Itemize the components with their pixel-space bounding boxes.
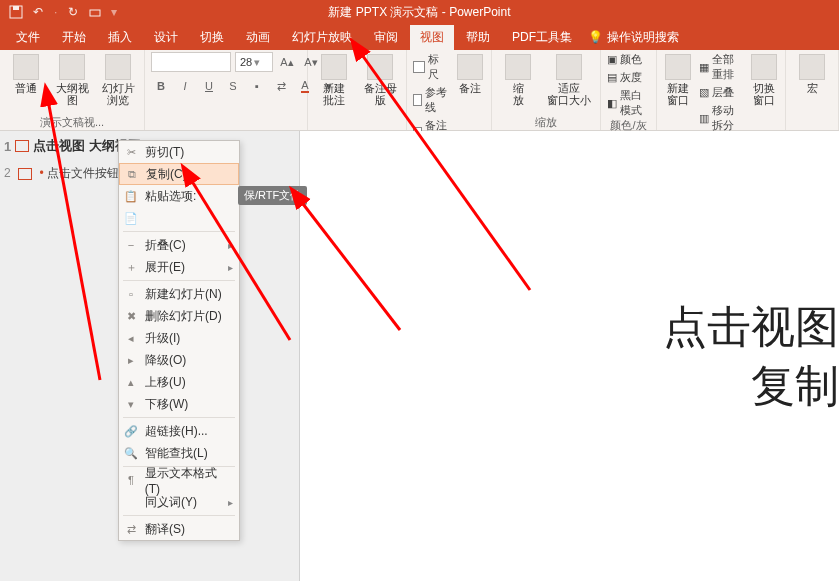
ctx-movedown[interactable]: ▾下移(W) — [119, 393, 239, 415]
ctx-paste[interactable]: 📋粘贴选项: — [119, 185, 239, 207]
link-icon: 🔗 — [123, 423, 139, 439]
tab-review[interactable]: 审阅 — [364, 25, 408, 50]
tab-animation[interactable]: 动画 — [236, 25, 280, 50]
normal-view-button[interactable]: 普通 — [6, 52, 46, 94]
ctx-paste-special[interactable]: 📄 — [119, 207, 239, 229]
ctx-moveup[interactable]: ▴上移(U) — [119, 371, 239, 393]
paste-option-tooltip: 保/RTF文件 — [238, 186, 307, 205]
format-icon: ¶ — [123, 472, 139, 488]
group-zoom-label: 缩放 — [498, 115, 594, 129]
ctx-newslide[interactable]: ▫新建幻灯片(N) — [119, 283, 239, 305]
grayscale-button[interactable]: ▤灰度 — [607, 70, 650, 85]
notes-master-button[interactable]: 备注母版 — [360, 52, 400, 106]
tab-view[interactable]: 视图 — [410, 25, 454, 50]
undo-icon[interactable]: ↶ — [30, 4, 46, 20]
tab-file[interactable]: 文件 — [6, 25, 50, 50]
tab-help[interactable]: 帮助 — [456, 25, 500, 50]
font-size-select[interactable]: 28▾ — [235, 52, 273, 72]
new-window-button[interactable]: 新建窗口 — [663, 52, 693, 106]
strike-icon[interactable]: S — [223, 76, 243, 96]
slide-canvas[interactable]: 点击视图 复制 — [300, 131, 839, 581]
demote-icon: ▸ — [123, 352, 139, 368]
chevron-right-icon: ▸ — [228, 240, 233, 251]
fit-window-button[interactable]: 适应 窗口大小 — [544, 52, 594, 106]
group-views: 普通 大纲视图 幻灯片浏览 演示文稿视... — [0, 50, 145, 130]
increase-font-icon[interactable]: A▴ — [277, 52, 297, 72]
ribbon-tabs: 文件 开始 插入 设计 切换 动画 幻灯片放映 审阅 视图 帮助 PDF工具集 … — [0, 24, 839, 50]
ctx-promote[interactable]: ◂升级(I) — [119, 327, 239, 349]
shadow-icon[interactable]: ▪ — [247, 76, 267, 96]
arrange-icon: ▦ — [699, 61, 709, 74]
new-comment-button[interactable]: 新建 批注 — [314, 52, 354, 106]
ctx-demote[interactable]: ▸降级(O) — [119, 349, 239, 371]
group-comments: 新建 批注 备注母版 — [308, 50, 407, 130]
qa-overflow-icon[interactable]: ▾ — [111, 5, 117, 19]
expand-icon: ＋ — [123, 259, 139, 275]
delete-slide-icon: ✖ — [123, 308, 139, 324]
cascade-button[interactable]: ▧层叠 — [699, 85, 742, 100]
moveup-icon: ▴ — [123, 374, 139, 390]
ctx-showformat[interactable]: ¶显示文本格式(T) — [119, 469, 239, 491]
tab-slideshow[interactable]: 幻灯片放映 — [282, 25, 362, 50]
save-icon[interactable] — [8, 4, 24, 20]
movedown-icon: ▾ — [123, 396, 139, 412]
scissors-icon: ✂ — [123, 144, 139, 160]
font-family-select[interactable] — [151, 52, 231, 72]
group-zoom: 缩 放 适应 窗口大小 缩放 — [492, 50, 601, 130]
copy-icon: ⧉ — [124, 166, 140, 182]
ctx-cut[interactable]: ✂剪切(T) — [119, 141, 239, 163]
ctx-smartfind[interactable]: 🔍智能查找(L) — [119, 442, 239, 464]
split-icon: ▥ — [699, 112, 709, 125]
bw-icon: ◧ — [607, 97, 617, 110]
slide-thumb-icon — [15, 140, 29, 152]
color-mode-button[interactable]: ▣颜色 — [607, 52, 650, 67]
ruler-checkbox[interactable]: 标尺 — [413, 52, 449, 82]
context-menu: ✂剪切(T) ⧉复制(C) 📋粘贴选项: 📄 −折叠(C)▸ ＋展开(E)▸ ▫… — [118, 140, 240, 541]
ctx-synonym[interactable]: 同义词(Y)▸ — [119, 491, 239, 513]
move-split-button[interactable]: ▥移动拆分 — [699, 103, 742, 133]
spacing-icon[interactable]: ⇄ — [271, 76, 291, 96]
slidesorter-button[interactable]: 幻灯片浏览 — [98, 52, 138, 106]
tab-pdf[interactable]: PDF工具集 — [502, 25, 582, 50]
tab-home[interactable]: 开始 — [52, 25, 96, 50]
arrange-all-button[interactable]: ▦全部重排 — [699, 52, 742, 82]
switch-window-button[interactable]: 切换窗口 — [749, 52, 779, 106]
ctx-translate[interactable]: ⇄翻译(S) — [119, 518, 239, 540]
quick-access-toolbar: ↶ · ↻ ▾ — [0, 4, 127, 20]
blackwhite-button[interactable]: ◧黑白模式 — [607, 88, 650, 118]
underline-icon[interactable]: U — [199, 76, 219, 96]
ctx-expand[interactable]: ＋展开(E)▸ — [119, 256, 239, 278]
promote-icon: ◂ — [123, 330, 139, 346]
gray-icon: ▤ — [607, 71, 617, 84]
group-color: ▣颜色 ▤灰度 ◧黑白模式 颜色/灰度 — [601, 50, 657, 130]
ctx-collapse[interactable]: −折叠(C)▸ — [119, 234, 239, 256]
group-color-label: 颜色/灰度 — [607, 118, 650, 132]
tab-transition[interactable]: 切换 — [190, 25, 234, 50]
search-box[interactable]: 💡 操作说明搜索 — [588, 29, 679, 46]
ctx-delslide[interactable]: ✖删除幻灯片(D) — [119, 305, 239, 327]
ctx-copy[interactable]: ⧉复制(C) — [119, 163, 239, 185]
tab-insert[interactable]: 插入 — [98, 25, 142, 50]
collapse-icon: − — [123, 237, 139, 253]
italic-icon[interactable]: I — [175, 76, 195, 96]
palette-icon: ▣ — [607, 53, 617, 66]
gridlines-checkbox[interactable]: 参考线 — [413, 85, 449, 115]
ribbon: 普通 大纲视图 幻灯片浏览 演示文稿视... 28▾ A▴ A▾ ◢ B I U… — [0, 50, 839, 131]
group-macro: 宏 — [786, 50, 839, 130]
ctx-hyperlink[interactable]: 🔗超链接(H)... — [119, 420, 239, 442]
notes-button[interactable]: 备注 — [455, 52, 485, 94]
group-show: 标尺 参考线 备注栏 备注 显示 — [407, 50, 492, 130]
chevron-right-icon: ▸ — [228, 497, 233, 508]
translate-icon: ⇄ — [123, 521, 139, 537]
outline-view-button[interactable]: 大纲视图 — [52, 52, 92, 106]
clipboard-icon: 📄 — [123, 210, 139, 226]
new-slide-icon: ▫ — [123, 286, 139, 302]
bold-icon[interactable]: B — [151, 76, 171, 96]
slide-text: 点击视图 复制 — [663, 298, 839, 416]
touchmode-icon[interactable] — [87, 4, 103, 20]
search-label: 操作说明搜索 — [607, 29, 679, 46]
macro-button[interactable]: 宏 — [792, 52, 832, 94]
redo-icon[interactable]: ↻ — [65, 4, 81, 20]
zoom-button[interactable]: 缩 放 — [498, 52, 538, 106]
tab-design[interactable]: 设计 — [144, 25, 188, 50]
